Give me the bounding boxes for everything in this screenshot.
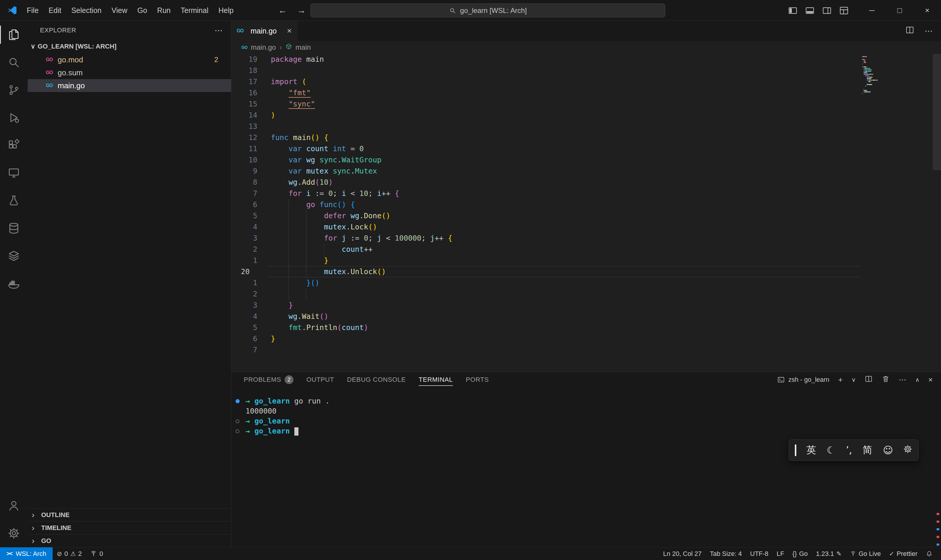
remote-indicator[interactable]: >< WSL: Arch xyxy=(0,547,53,560)
toggle-sidebar-icon[interactable] xyxy=(786,4,799,17)
code-line[interactable]: 9 var mutex sync.Mutex xyxy=(231,166,941,177)
back-icon[interactable]: ← xyxy=(278,5,287,15)
code-line[interactable]: 15 "sync" xyxy=(231,98,941,110)
code-line[interactable]: 3 } xyxy=(231,300,941,311)
search-sidebar-icon[interactable] xyxy=(0,49,28,76)
testing-icon[interactable] xyxy=(0,187,28,214)
split-terminal-icon[interactable] xyxy=(864,375,873,385)
menu-run[interactable]: Run xyxy=(152,3,175,18)
close-panel-icon[interactable]: × xyxy=(928,375,933,385)
tab-close-icon[interactable]: × xyxy=(287,26,292,35)
indentation[interactable]: Tab Size: 4 xyxy=(706,547,746,560)
code-line[interactable]: 5 defer wg.Done() xyxy=(231,210,941,222)
menu-file[interactable]: File xyxy=(22,3,43,18)
notifications-bell[interactable] xyxy=(922,547,937,560)
maximize-panel-icon[interactable]: ∧ xyxy=(915,376,919,383)
kill-terminal-icon[interactable] xyxy=(882,375,890,385)
code-line[interactable]: 11 var count int = 0 xyxy=(231,143,941,154)
go-live[interactable]: Go Live xyxy=(846,547,885,560)
minimize-icon[interactable]: ─ xyxy=(858,0,886,21)
ime-item-2[interactable]: ’, xyxy=(846,445,852,456)
ime-item-1[interactable]: ☾ xyxy=(827,445,835,456)
panel-tab-ports[interactable]: PORTS xyxy=(459,372,495,387)
command-center[interactable]: go_learn [WSL: Arch] xyxy=(311,3,665,17)
docker-icon[interactable] xyxy=(0,270,28,297)
terminal-instance[interactable]: zsh - go_learn xyxy=(777,376,829,383)
code-line[interactable]: 13 xyxy=(231,121,941,132)
toggle-secondary-sidebar-icon[interactable] xyxy=(820,4,833,17)
menu-selection[interactable]: Selection xyxy=(66,3,106,18)
go-version[interactable]: 1.23.1 ✎ xyxy=(812,547,846,560)
code-line[interactable]: 2 xyxy=(231,289,941,300)
problems-status[interactable]: ⊘ 0 ⚠ 2 xyxy=(53,547,86,560)
customize-layout-icon[interactable] xyxy=(838,4,850,17)
code-line[interactable]: 18 xyxy=(231,65,941,76)
editor-more-icon[interactable]: ⋯ xyxy=(924,26,933,36)
menu-edit[interactable]: Edit xyxy=(43,3,66,18)
terminal-output[interactable]: → go_learn go run .1000000→ go_learn→ go… xyxy=(231,387,941,436)
maximize-icon[interactable]: □ xyxy=(886,0,913,21)
ime-settings-gear-icon[interactable] xyxy=(903,445,912,456)
new-terminal-icon[interactable]: + xyxy=(838,375,843,385)
section-go[interactable]: ›GO xyxy=(28,534,231,547)
layers-icon[interactable] xyxy=(0,242,28,270)
code-line[interactable]: 20 mutex.Unlock() xyxy=(231,266,941,277)
code-line[interactable]: 7 for i := 0; i < 10; i++ { xyxy=(231,188,941,199)
code-line[interactable]: 14) xyxy=(231,110,941,121)
database-icon[interactable] xyxy=(0,214,28,242)
code-line[interactable]: 3 for j := 0; j < 100000; j++ { xyxy=(231,233,941,244)
code-line[interactable]: 4 mutex.Lock() xyxy=(231,222,941,233)
editor-scrollbar[interactable] xyxy=(933,54,941,170)
code-line[interactable]: 1 }() xyxy=(231,277,941,289)
panel-tab-terminal[interactable]: TERMINAL xyxy=(412,372,459,387)
ime-item-0[interactable]: 英 xyxy=(806,443,816,457)
file-go.sum[interactable]: GOgo.sum xyxy=(28,66,231,79)
eol-sequence[interactable]: LF xyxy=(772,547,789,560)
code-line[interactable]: 7 xyxy=(231,345,941,355)
source-control-icon[interactable] xyxy=(0,76,28,104)
code-line[interactable]: 1 } xyxy=(231,255,941,266)
panel-tab-output[interactable]: OUTPUT xyxy=(300,372,341,387)
prettier-status[interactable]: ✓ Prettier xyxy=(885,547,922,560)
ports-status[interactable]: 0 xyxy=(86,547,107,560)
panel-tab-problems[interactable]: PROBLEMS2 xyxy=(237,372,300,387)
code-line[interactable]: 10 var wg sync.WaitGroup xyxy=(231,154,941,166)
code-line[interactable]: 16 "fmt" xyxy=(231,87,941,98)
menu-help[interactable]: Help xyxy=(214,3,238,18)
panel-tab-debug-console[interactable]: DEBUG CONSOLE xyxy=(341,372,412,387)
extensions-icon[interactable] xyxy=(0,131,28,159)
section-outline[interactable]: ›OUTLINE xyxy=(28,508,231,521)
forward-icon[interactable]: → xyxy=(297,5,306,15)
terminal-dropdown-icon[interactable]: ∨ xyxy=(852,376,856,383)
menu-terminal[interactable]: Terminal xyxy=(175,3,213,18)
code-line[interactable]: 6 go func() { xyxy=(231,199,941,210)
code-line[interactable]: 17import ( xyxy=(231,76,941,87)
code-editor[interactable]: 19package main1817import (16 "fmt"15 "sy… xyxy=(231,54,941,372)
explorer-icon[interactable] xyxy=(0,21,28,49)
run-and-debug-icon[interactable] xyxy=(0,104,28,131)
code-line[interactable]: 8 wg.Add(10) xyxy=(231,177,941,188)
settings-gear-icon[interactable] xyxy=(0,519,28,547)
file-main.go[interactable]: GOmain.go xyxy=(28,79,231,92)
breadcrumb-symbol[interactable]: main xyxy=(295,43,311,51)
encoding[interactable]: UTF-8 xyxy=(746,547,772,560)
breadcrumb-file[interactable]: main.go xyxy=(251,43,276,51)
accounts-icon[interactable] xyxy=(0,492,28,519)
split-editor-icon[interactable] xyxy=(905,25,915,37)
code-line[interactable]: 2 count++ xyxy=(231,244,941,255)
ime-item-4[interactable]: ☺ xyxy=(883,445,893,456)
panel-more-icon[interactable]: ⋯ xyxy=(899,375,906,385)
code-line[interactable]: 19package main xyxy=(231,54,941,65)
language-mode[interactable]: {} Go xyxy=(789,547,812,560)
file-go.mod[interactable]: GOgo.mod2 xyxy=(28,53,231,66)
section-timeline[interactable]: ›TIMELINE xyxy=(28,521,231,534)
menu-view[interactable]: View xyxy=(106,3,132,18)
code-line[interactable]: 12func main() { xyxy=(231,132,941,143)
code-line[interactable]: 6} xyxy=(231,333,941,345)
minimap[interactable] xyxy=(862,56,894,96)
ime-item-3[interactable]: 简 xyxy=(863,443,872,457)
close-window-icon[interactable]: × xyxy=(913,0,941,21)
root-folder-row[interactable]: ∨ GO_LEARN [WSL: ARCH] xyxy=(28,40,231,53)
menu-go[interactable]: Go xyxy=(132,3,152,18)
code-line[interactable]: 5 fmt.Println(count) xyxy=(231,322,941,333)
